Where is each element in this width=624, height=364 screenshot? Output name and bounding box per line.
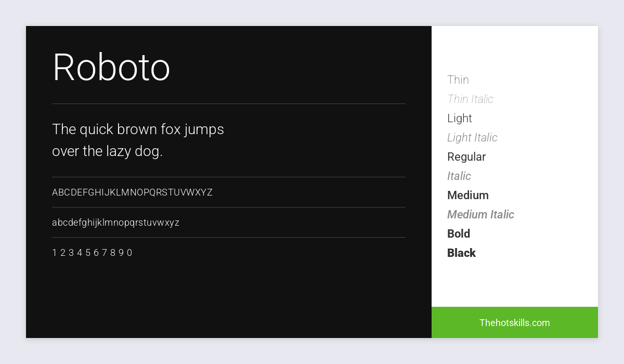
numbers-area: 1 2 3 4 5 6 7 8 9 0 <box>26 238 432 267</box>
lowercase-text: abcdefghijklmnopqrstuvwxyz <box>52 217 406 228</box>
weight-thin-italic: Thin Italic <box>447 90 582 108</box>
left-panel: Roboto The quick brown fox jumpsover the… <box>26 26 432 338</box>
lowercase-area: abcdefghijklmnopqrstuvwxyz <box>26 207 432 237</box>
weight-italic: Italic <box>447 167 582 185</box>
weight-regular: Regular <box>447 148 582 165</box>
font-name-display: Roboto <box>52 47 406 88</box>
numbers-text: 1 2 3 4 5 6 7 8 9 0 <box>52 247 406 258</box>
brand-bar: Thehotskills.com <box>432 307 598 338</box>
weight-thin: Thin <box>447 71 582 88</box>
weight-medium-italic: Medium Italic <box>447 206 582 223</box>
weight-medium: Medium <box>447 187 582 204</box>
brand-text: Thehotskills.com <box>479 317 550 328</box>
font-title-area: Roboto <box>26 26 432 103</box>
uppercase-text: ABCDEFGHIJKLMNOPQRSTUVWXYZ <box>52 187 406 198</box>
right-panel: Thin Thin Italic Light Light Italic Regu… <box>432 26 598 338</box>
weight-light: Light <box>447 110 582 127</box>
uppercase-area: ABCDEFGHIJKLMNOPQRSTUVWXYZ <box>26 177 432 207</box>
weights-list: Thin Thin Italic Light Light Italic Regu… <box>432 26 598 307</box>
weight-black: Black <box>447 244 582 262</box>
pangram-area: The quick brown fox jumpsover the lazy d… <box>26 104 432 177</box>
weight-light-italic: Light Italic <box>447 129 582 146</box>
weight-bold: Bold <box>447 225 582 242</box>
font-showcase-card: Roboto The quick brown fox jumpsover the… <box>26 26 598 338</box>
pangram-text: The quick brown fox jumpsover the lazy d… <box>52 119 406 162</box>
